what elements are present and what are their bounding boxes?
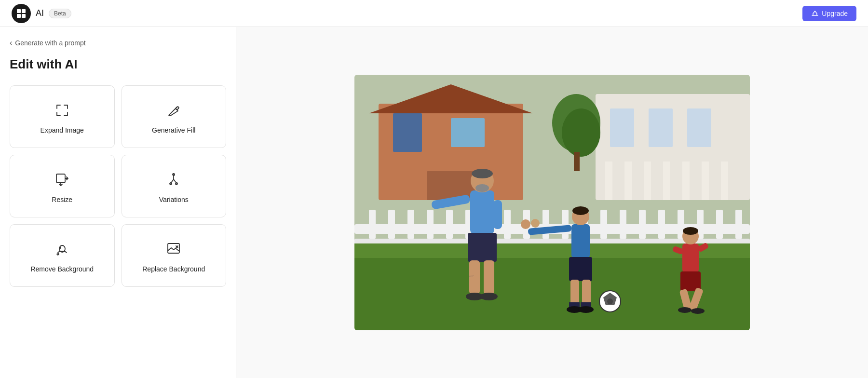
svg-rect-23 (644, 162, 651, 200)
remove-background-icon (55, 242, 69, 258)
action-card-generative-fill[interactable]: Generative Fill (122, 85, 227, 148)
content-area: //// (236, 27, 868, 378)
svg-rect-10 (168, 243, 179, 253)
svg-rect-55 (470, 190, 494, 234)
svg-text:////: //// (469, 274, 474, 278)
svg-point-92 (531, 219, 540, 228)
upgrade-icon (811, 10, 819, 17)
svg-rect-20 (687, 108, 711, 147)
svg-point-91 (521, 219, 530, 229)
action-card-resize[interactable]: Resize (10, 155, 115, 217)
svg-rect-73 (582, 280, 591, 306)
replace-background-icon (166, 242, 181, 258)
svg-point-5 (170, 183, 172, 185)
svg-rect-46 (639, 210, 646, 239)
svg-rect-86 (680, 271, 701, 291)
svg-rect-51 (735, 210, 742, 239)
svg-rect-42 (562, 210, 569, 239)
svg-rect-19 (649, 108, 673, 147)
svg-point-9 (60, 247, 61, 248)
header: AI Beta Upgrade (0, 0, 868, 27)
svg-rect-18 (610, 108, 634, 147)
expand-image-label: Expand Image (41, 126, 84, 134)
main-image: //// (354, 75, 750, 330)
svg-rect-44 (600, 210, 607, 239)
svg-rect-81 (682, 243, 699, 272)
action-card-variations[interactable]: Variations (122, 155, 227, 217)
beta-badge: Beta (49, 9, 71, 18)
logo-icon (12, 4, 31, 23)
svg-rect-4 (56, 174, 65, 183)
svg-rect-60 (493, 200, 502, 229)
chevron-left-icon: ‹ (10, 39, 12, 47)
action-card-expand-image[interactable]: Expand Image (10, 85, 115, 148)
svg-rect-35 (427, 210, 434, 239)
svg-rect-14 (451, 118, 485, 147)
svg-rect-32 (369, 210, 376, 239)
svg-point-65 (480, 293, 498, 300)
svg-point-80 (607, 298, 613, 304)
resize-icon (55, 173, 69, 189)
svg-rect-45 (620, 210, 626, 239)
svg-rect-33 (388, 210, 395, 239)
scene-svg: //// (354, 75, 750, 330)
svg-point-58 (475, 184, 489, 192)
svg-rect-71 (569, 257, 592, 281)
main-layout: ‹ Generate with a prompt Edit with AI Ex… (0, 27, 868, 378)
svg-rect-21 (605, 162, 612, 200)
header-left: AI Beta (12, 4, 71, 23)
svg-point-29 (562, 108, 600, 157)
svg-point-69 (572, 206, 589, 215)
variations-label: Variations (159, 196, 189, 203)
svg-point-89 (678, 307, 692, 313)
svg-rect-61 (468, 233, 497, 262)
svg-rect-50 (716, 210, 723, 239)
svg-rect-34 (407, 210, 414, 239)
page-title: Edit with AI (10, 57, 226, 72)
sidebar: ‹ Generate with a prompt Edit with AI Ex… (0, 27, 236, 378)
actions-grid: Expand Image Generative Fill (10, 85, 226, 287)
svg-rect-27 (721, 162, 728, 200)
upgrade-label: Upgrade (822, 10, 848, 17)
generative-fill-label: Generative Fill (152, 126, 195, 134)
svg-rect-22 (624, 162, 632, 200)
svg-rect-0 (17, 9, 21, 13)
image-container: //// (354, 75, 750, 330)
replace-background-label: Replace Background (142, 265, 205, 273)
svg-rect-13 (393, 113, 422, 152)
back-nav-label: Generate with a prompt (15, 39, 85, 47)
svg-rect-47 (658, 210, 665, 239)
svg-rect-30 (574, 152, 580, 171)
svg-rect-25 (682, 162, 690, 200)
svg-rect-36 (446, 210, 453, 239)
variations-icon (166, 173, 181, 189)
back-nav[interactable]: ‹ Generate with a prompt (10, 39, 226, 47)
svg-point-83 (683, 227, 698, 235)
svg-rect-2 (17, 14, 21, 18)
svg-point-77 (578, 306, 594, 313)
action-card-replace-background[interactable]: Replace Background (122, 224, 227, 287)
svg-rect-63 (484, 260, 494, 294)
svg-rect-72 (570, 280, 579, 306)
svg-point-57 (472, 169, 493, 178)
svg-rect-41 (542, 210, 549, 239)
upgrade-button[interactable]: Upgrade (802, 6, 856, 21)
svg-rect-3 (22, 14, 26, 18)
svg-rect-67 (571, 224, 590, 258)
svg-rect-24 (663, 162, 670, 200)
svg-rect-39 (504, 210, 511, 239)
svg-point-6 (176, 183, 177, 185)
svg-rect-1 (22, 9, 26, 13)
resize-label: Resize (52, 196, 72, 203)
app-name-label: AI (36, 8, 44, 18)
expand-image-icon (55, 103, 69, 120)
action-card-remove-background[interactable]: Remove Background (10, 224, 115, 287)
remove-background-label: Remove Background (30, 265, 94, 273)
svg-point-90 (691, 308, 705, 314)
svg-rect-26 (702, 162, 709, 200)
generative-fill-icon (166, 103, 181, 120)
